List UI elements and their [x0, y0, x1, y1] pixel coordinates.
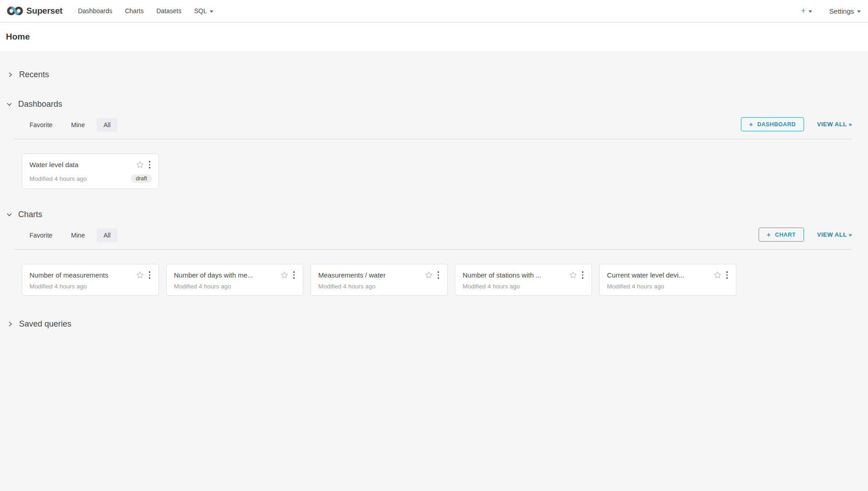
- kebab-menu-icon[interactable]: [147, 160, 153, 169]
- section-saved-queries-toggle[interactable]: Saved queries: [0, 319, 868, 329]
- card-modified: Modified 4 hours ago: [318, 283, 375, 290]
- card-title[interactable]: Number of stations with ...: [463, 271, 541, 279]
- chevron-right-icon[interactable]: [7, 321, 13, 327]
- section-dashboards: Dashboards Favorite Mine All + DASHBOARD…: [0, 99, 868, 189]
- add-chart-label: CHART: [775, 232, 796, 238]
- charts-cards-row: Number of measurements Modified 4 hours …: [0, 250, 868, 296]
- add-dashboard-label: DASHBOARD: [757, 121, 796, 128]
- section-label: Saved queries: [19, 319, 71, 329]
- section-charts-toggle[interactable]: Charts: [0, 210, 868, 219]
- card-title[interactable]: Number of measurements: [30, 271, 108, 279]
- kebab-menu-icon[interactable]: [725, 270, 730, 280]
- card-modified: Modified 4 hours ago: [463, 283, 520, 290]
- charts-tabs: Favorite Mine All: [23, 228, 118, 242]
- home-content: Recents Dashboards Favorite Mine All + D…: [0, 51, 868, 356]
- card-modified: Modified 4 hours ago: [30, 175, 87, 182]
- nav-item-label: SQL: [194, 7, 207, 15]
- chart-card[interactable]: Measurements / water Modified 4 hours ag…: [311, 264, 448, 296]
- kebab-menu-icon[interactable]: [291, 270, 297, 280]
- card-title[interactable]: Measurements / water: [318, 271, 385, 279]
- section-label: Charts: [18, 210, 42, 219]
- card-modified: Modified 4 hours ago: [607, 283, 664, 290]
- dashboard-card[interactable]: Water level data Modified 4 hours ago dr…: [22, 154, 159, 189]
- new-item-menu-button[interactable]: +: [801, 7, 812, 15]
- brand-name: Superset: [26, 6, 63, 16]
- chevron-down-icon: [857, 10, 861, 13]
- navbar: Superset Dashboards Charts Datasets SQL …: [0, 0, 868, 23]
- section-dashboards-toggle[interactable]: Dashboards: [0, 99, 868, 109]
- card-title[interactable]: Number of days with me...: [174, 271, 253, 279]
- chart-card[interactable]: Number of days with me... Modified 4 hou…: [166, 264, 303, 296]
- plus-icon: +: [749, 120, 753, 128]
- tab-all[interactable]: All: [97, 228, 118, 242]
- add-dashboard-button[interactable]: + DASHBOARD: [741, 117, 804, 131]
- nav-item-datasets[interactable]: Datasets: [150, 0, 187, 22]
- dashboards-actions: + DASHBOARD VIEW ALL »: [741, 117, 852, 131]
- tab-mine[interactable]: Mine: [64, 118, 92, 132]
- chart-card[interactable]: Number of measurements Modified 4 hours …: [22, 264, 159, 296]
- card-modified: Modified 4 hours ago: [30, 283, 87, 290]
- add-chart-button[interactable]: + CHART: [759, 228, 804, 242]
- kebab-menu-icon[interactable]: [580, 270, 586, 280]
- nav-item-label: Dashboards: [78, 7, 113, 15]
- section-recents-toggle[interactable]: Recents: [0, 51, 868, 79]
- section-label: Recents: [19, 70, 49, 79]
- tab-mine[interactable]: Mine: [64, 228, 92, 242]
- charts-actions: + CHART VIEW ALL »: [759, 228, 852, 242]
- favorite-star-icon[interactable]: [280, 271, 289, 279]
- favorite-star-icon[interactable]: [136, 271, 144, 279]
- chevron-right-icon[interactable]: [7, 72, 13, 78]
- kebab-menu-icon[interactable]: [436, 270, 441, 280]
- card-title[interactable]: Current water level devi...: [607, 271, 684, 279]
- settings-menu-button[interactable]: Settings: [829, 7, 861, 15]
- tab-favorite[interactable]: Favorite: [23, 228, 59, 242]
- chevron-down-icon[interactable]: [6, 101, 12, 107]
- dashboards-subheader: Favorite Mine All + DASHBOARD VIEW ALL »: [14, 117, 852, 139]
- settings-label: Settings: [829, 7, 854, 15]
- tab-favorite[interactable]: Favorite: [23, 118, 59, 132]
- infinity-logo-icon: [6, 5, 24, 16]
- chevron-down-icon: [809, 10, 812, 13]
- nav-item-label: Charts: [125, 7, 143, 15]
- main-nav: Dashboards Charts Datasets SQL: [72, 0, 220, 22]
- plus-icon: +: [767, 231, 771, 238]
- charts-subheader: Favorite Mine All + CHART VIEW ALL »: [14, 228, 852, 250]
- favorite-star-icon[interactable]: [713, 271, 722, 279]
- navbar-right: + Settings: [801, 7, 861, 15]
- favorite-star-icon[interactable]: [136, 160, 144, 169]
- chevron-down-icon: [210, 10, 213, 13]
- tab-all[interactable]: All: [97, 118, 118, 132]
- chart-card[interactable]: Current water level devi... Modified 4 h…: [599, 264, 736, 296]
- nav-item-sql[interactable]: SQL: [188, 0, 220, 22]
- page-title: Home: [6, 32, 30, 42]
- dashboards-cards-row: Water level data Modified 4 hours ago dr…: [0, 139, 868, 189]
- nav-item-label: Datasets: [156, 7, 181, 15]
- card-title[interactable]: Water level data: [30, 161, 79, 169]
- favorite-star-icon[interactable]: [569, 271, 577, 279]
- draft-badge: draft: [131, 174, 152, 183]
- plus-icon: +: [801, 7, 806, 15]
- card-modified: Modified 4 hours ago: [174, 283, 231, 290]
- dashboards-tabs: Favorite Mine All: [23, 118, 118, 132]
- nav-item-dashboards[interactable]: Dashboards: [72, 0, 119, 22]
- charts-view-all-link[interactable]: VIEW ALL »: [817, 231, 852, 238]
- chart-card[interactable]: Number of stations with ... Modified 4 h…: [455, 264, 592, 296]
- chevron-down-icon[interactable]: [6, 212, 12, 218]
- kebab-menu-icon[interactable]: [147, 270, 153, 280]
- nav-item-charts[interactable]: Charts: [118, 0, 150, 22]
- page-title-band: Home: [0, 23, 868, 51]
- section-charts: Charts Favorite Mine All + CHART VIEW AL…: [0, 210, 868, 296]
- superset-logo[interactable]: Superset: [6, 5, 63, 16]
- dashboards-view-all-link[interactable]: VIEW ALL »: [817, 121, 852, 128]
- section-label: Dashboards: [18, 99, 62, 109]
- favorite-star-icon[interactable]: [424, 271, 433, 279]
